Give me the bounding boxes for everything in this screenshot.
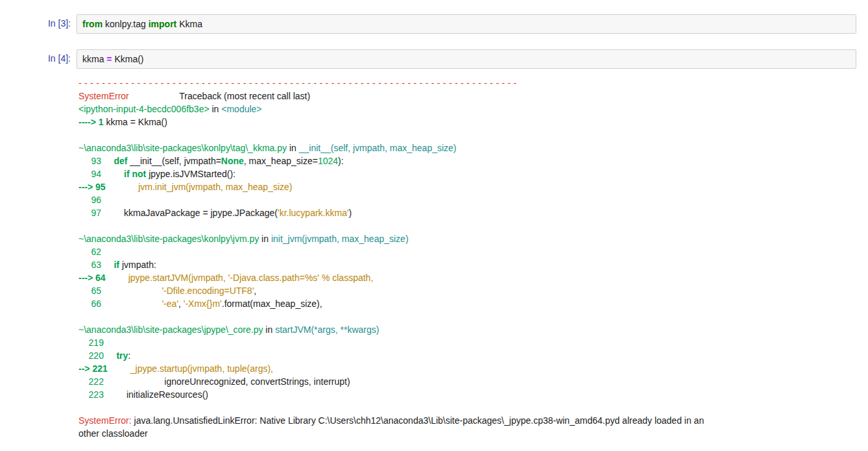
- traceback-text: ----------------------------------------…: [77, 75, 859, 440]
- notebook: In [3]: from konlpy.tag import Kkma In […: [0, 0, 868, 440]
- code-cell-in4: In [4]: kkma = Kkma(): [0, 49, 868, 69]
- error-output-area: ----------------------------------------…: [0, 75, 868, 440]
- code-cell-in3: In [3]: from konlpy.tag import Kkma: [0, 14, 868, 34]
- code-text-in4: kkma = Kkma(): [82, 53, 850, 66]
- code-input-in3[interactable]: from konlpy.tag import Kkma: [77, 14, 856, 34]
- code-input-in4[interactable]: kkma = Kkma(): [77, 49, 856, 69]
- code-text-in3: from konlpy.tag import Kkma: [82, 18, 850, 30]
- input-prompt-in4: In [4]:: [0, 49, 77, 64]
- input-prompt-in3: In [3]:: [0, 14, 77, 29]
